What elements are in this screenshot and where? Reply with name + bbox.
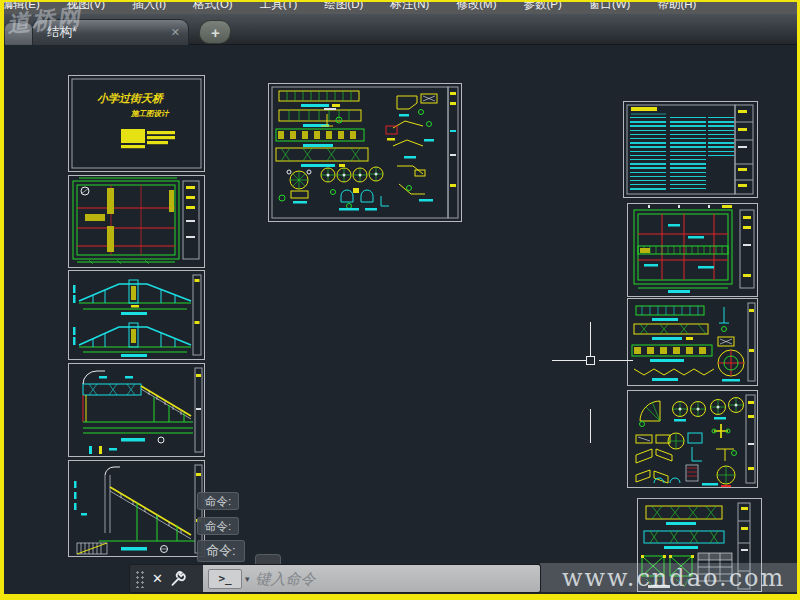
plus-icon: + [211,25,220,40]
menu-dimension[interactable]: 标注(N) [377,2,443,13]
stair-detail-drawing [69,461,204,556]
crosshair-cursor [590,322,591,356]
file-tab-bar: 结构* ✕ + [4,14,797,45]
menu-parametric[interactable]: 参数(P) [510,2,575,13]
notes-text-column-3 [708,117,734,159]
sheet-plan-right[interactable] [627,203,758,297]
sheet-trusses[interactable] [627,298,758,386]
command-dock: ✕ >_ ▾ [130,565,540,592]
crosshair-cursor [552,360,586,361]
sheet-plan-left[interactable] [68,175,205,268]
site-watermark-text: www.cndao.com [562,564,785,592]
crosshair-cursor [590,409,591,443]
command-input[interactable] [256,570,540,587]
sheet-notes[interactable] [623,101,758,198]
close-command-icon[interactable]: ✕ [145,571,170,586]
sheet-stair-detail[interactable] [68,460,205,557]
sheet-flange-details[interactable] [627,390,758,488]
menu-bar: 编辑(E) 视图(V) 插入(I) 格式(O) 工具(T) 绘图(D) 标注(N… [4,2,797,14]
plan-right-drawing [628,204,757,296]
menu-modify[interactable]: 修改(M) [443,2,510,13]
elevations-drawing [69,271,204,359]
application-window: 编辑(E) 视图(V) 插入(I) 格式(O) 工具(T) 绘图(D) 标注(N… [0,0,800,600]
command-dock-controls: ✕ [130,565,203,592]
menu-tools[interactable]: 工具(T) [246,2,311,13]
sheet-truss-ramp[interactable] [68,363,205,457]
wrench-icon[interactable] [170,570,187,587]
menu-window[interactable]: 窗口(W) [575,2,644,13]
tab-overflow-stub[interactable] [5,23,32,46]
drawing-canvas[interactable]: 小学过街天桥 施工图设计 [4,45,797,594]
command-history-line: 命令: [197,492,239,510]
command-prompt-button[interactable]: >_ [208,569,242,589]
menu-edit[interactable]: 编辑(E) [4,2,53,13]
svg-text:小学过街天桥: 小学过街天桥 [97,92,165,105]
menu-draw[interactable]: 绘图(D) [311,2,377,13]
tab-close-icon[interactable]: ✕ [171,26,180,39]
truss-ramp-drawing [69,364,204,456]
crosshair-cursor [599,360,633,361]
flange-details-drawing [628,391,757,487]
cover-sheet-drawing: 小学过街天桥 施工图设计 [69,76,204,171]
sheet-details-main[interactable] [268,83,462,222]
menu-view[interactable]: 视图(V) [53,2,118,13]
notes-text-column-1 [630,117,666,193]
trusses-drawing [628,299,757,385]
menu-help[interactable]: 帮助(H) [644,2,710,13]
chevron-down-icon[interactable]: ▾ [242,574,256,584]
command-history-line: 命令: [197,517,239,535]
sheet-cover-title[interactable]: 小学过街天桥 施工图设计 [68,75,205,172]
command-dock-grip[interactable] [255,554,281,565]
menu-insert[interactable]: 插入(I) [119,2,180,13]
crosshair-pickbox [586,356,595,365]
prompt-icon: >_ [218,572,231,585]
notes-text-column-2 [670,117,706,189]
tab-structure[interactable]: 结构* ✕ [32,19,189,45]
site-watermark-band: www.cndao.com [540,563,797,592]
drag-handle-icon[interactable] [134,569,145,588]
command-input-area: >_ ▾ [203,565,540,592]
new-tab-button[interactable]: + [198,20,233,44]
command-history-line: 命令: [197,540,245,562]
details-drawing [269,84,461,221]
menu-format[interactable]: 格式(O) [180,2,247,13]
svg-text:施工图设计: 施工图设计 [130,109,170,118]
tab-structure-label: 结构* [47,24,171,41]
plan-drawing [69,176,204,267]
sheet-elevations[interactable] [68,270,205,360]
